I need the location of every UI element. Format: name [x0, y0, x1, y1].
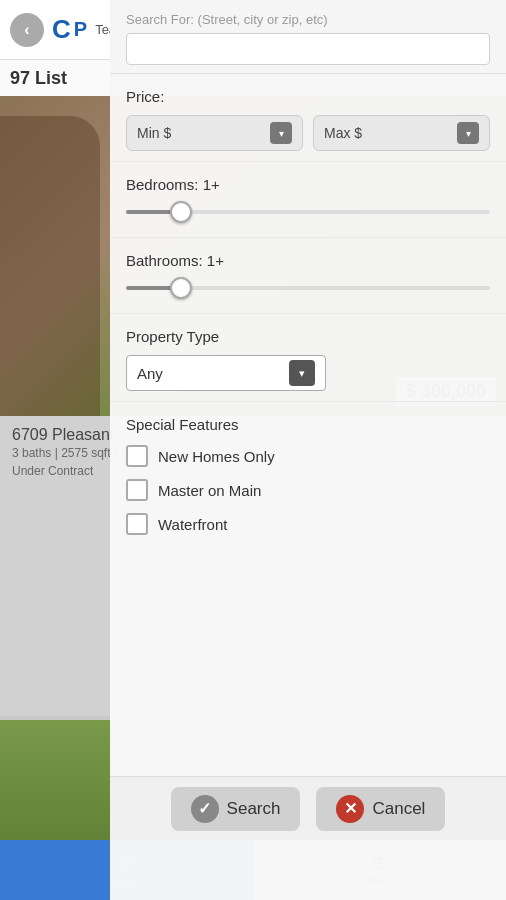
- max-price-label: Max $: [324, 125, 362, 141]
- checkbox-row-new-homes: New Homes Only: [126, 445, 490, 467]
- cancel-button-label: Cancel: [372, 799, 425, 819]
- bedrooms-slider-track: [126, 210, 490, 214]
- bedrooms-slider-thumb[interactable]: [170, 201, 192, 223]
- price-row: Min $ ▾ Max $ ▾: [126, 115, 490, 151]
- bathrooms-slider-track: [126, 286, 490, 290]
- bedrooms-label: Bedrooms: 1+: [126, 176, 490, 193]
- checkbox-row-master-on-main: Master on Main: [126, 479, 490, 501]
- search-input[interactable]: [126, 33, 490, 65]
- app-logo-secondary: P: [74, 18, 87, 41]
- app-logo: C: [52, 14, 70, 45]
- bathrooms-section: Bathrooms: 1+: [110, 238, 506, 314]
- panel-header: Search For: (Street, city or zip, etc): [110, 0, 506, 74]
- min-price-label: Min $: [137, 125, 171, 141]
- cancel-button[interactable]: ✕ Cancel: [316, 787, 445, 831]
- bedrooms-slider-container: [126, 197, 490, 227]
- new-homes-checkbox[interactable]: [126, 445, 148, 467]
- bathrooms-slider-thumb[interactable]: [170, 277, 192, 299]
- waterfront-checkbox[interactable]: [126, 513, 148, 535]
- back-button[interactable]: ‹: [10, 13, 44, 47]
- bedrooms-section: Bedrooms: 1+: [110, 162, 506, 238]
- listing-count: 97 List: [0, 60, 110, 96]
- property-type-value: Any: [137, 365, 163, 382]
- search-button-label: Search: [227, 799, 281, 819]
- special-features-title: Special Features: [126, 416, 490, 433]
- min-price-arrow: ▾: [270, 122, 292, 144]
- master-on-main-checkbox[interactable]: [126, 479, 148, 501]
- max-price-dropdown[interactable]: Max $ ▾: [313, 115, 490, 151]
- new-homes-label: New Homes Only: [158, 448, 275, 465]
- price-section: Price: Min $ ▾ Max $ ▾: [110, 74, 506, 162]
- search-panel: Search For: (Street, city or zip, etc) P…: [110, 0, 506, 900]
- min-price-dropdown[interactable]: Min $ ▾: [126, 115, 303, 151]
- cancel-button-icon: ✕: [336, 795, 364, 823]
- max-price-arrow: ▾: [457, 122, 479, 144]
- property-type-arrow: ▾: [289, 360, 315, 386]
- action-bar: ✓ Search ✕ Cancel: [110, 776, 506, 840]
- search-button-icon: ✓: [191, 795, 219, 823]
- search-button[interactable]: ✓ Search: [171, 787, 301, 831]
- waterfront-label: Waterfront: [158, 516, 227, 533]
- checkbox-row-waterfront: Waterfront: [126, 513, 490, 535]
- bathrooms-label: Bathrooms: 1+: [126, 252, 490, 269]
- search-for-label: Search For: (Street, city or zip, etc): [126, 12, 490, 27]
- property-type-dropdown[interactable]: Any ▾: [126, 355, 326, 391]
- property-type-title: Property Type: [126, 328, 490, 345]
- bathrooms-slider-container: [126, 273, 490, 303]
- property-type-section: Property Type Any ▾: [110, 314, 506, 402]
- special-features-section: Special Features New Homes Only Master o…: [110, 402, 506, 557]
- master-on-main-label: Master on Main: [158, 482, 261, 499]
- panel-body: Price: Min $ ▾ Max $ ▾ Bedrooms: 1+: [110, 74, 506, 840]
- price-label: Price:: [126, 88, 490, 105]
